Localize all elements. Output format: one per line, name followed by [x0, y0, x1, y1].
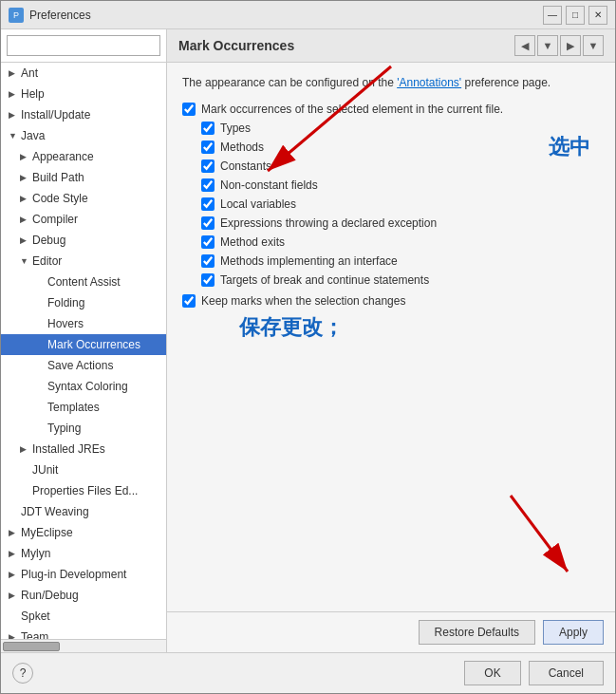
checkbox-label-localvars[interactable]: Local variables — [220, 197, 296, 211]
checkbox-label-main[interactable]: Mark occurrences of the selected element… — [201, 103, 503, 116]
description: The appearance can be configured on the … — [182, 74, 600, 91]
checkbox-row-methodexits: Method exits — [182, 235, 600, 249]
tree-item-mylyn[interactable]: ▶ Mylyn — [1, 543, 166, 564]
window-title: Preferences — [29, 9, 543, 22]
tree-item-ant[interactable]: ▶ Ant — [1, 63, 166, 84]
checkbox-label-keepmarks[interactable]: Keep marks when the selection changes — [201, 294, 405, 308]
chevron-right-icon: ▶ — [20, 232, 29, 249]
checkbox-row-implementing: Methods implementing an interface — [182, 254, 600, 268]
tree-item-java[interactable]: ▼ Java — [1, 125, 166, 146]
tree-item-plugin-dev[interactable]: ▶ Plug-in Development — [1, 564, 166, 585]
horizontal-scrollbar[interactable] — [1, 639, 166, 652]
tree-item-run-debug[interactable]: ▶ Run/Debug — [1, 585, 166, 606]
checkbox-label-constants[interactable]: Constants — [220, 159, 271, 173]
chevron-right-icon: ▶ — [9, 566, 18, 583]
chevron-right-icon: ▶ — [9, 106, 18, 123]
titlebar-controls: — □ ✕ — [543, 6, 607, 25]
ok-button[interactable]: OK — [464, 661, 520, 685]
checkbox-expressions[interactable] — [201, 216, 215, 230]
tree-item-templates[interactable]: Templates — [1, 397, 166, 418]
checkbox-localvars[interactable] — [201, 197, 215, 211]
checkbox-label-types[interactable]: Types — [220, 122, 251, 135]
checkbox-breakstmt[interactable] — [201, 273, 215, 287]
description-text-before: The appearance can be configured on the — [182, 76, 397, 89]
search-input[interactable] — [7, 35, 160, 56]
chevron-right-icon: ▶ — [9, 587, 18, 604]
left-panel: ▶ Ant ▶ Help ▶ Install/Update ▼ Java — [1, 29, 167, 652]
checkbox-label-methodexits[interactable]: Method exits — [220, 235, 285, 249]
scrollbar-thumb[interactable] — [3, 642, 60, 651]
nav-back-button[interactable]: ◀ — [514, 35, 535, 56]
tree-item-syntax-coloring[interactable]: Syntax Coloring — [1, 376, 166, 397]
checkbox-label-nonconstant[interactable]: Non-constant fields — [220, 178, 318, 192]
checkbox-label-implementing[interactable]: Methods implementing an interface — [220, 254, 398, 268]
checkbox-label-methods[interactable]: Methods — [220, 141, 264, 154]
chevron-right-icon: ▶ — [20, 211, 29, 228]
tree-item-content-assist[interactable]: Content Assist — [1, 272, 166, 292]
bottom-bar: ? OK Cancel — [1, 652, 615, 693]
tree-item-debug[interactable]: ▶ Debug — [1, 230, 166, 251]
tree-item-myeclipse[interactable]: ▶ MyEclipse — [1, 522, 166, 543]
checkbox-label-breakstmt[interactable]: Targets of break and continue statements — [220, 273, 429, 287]
tree-item-build-path[interactable]: ▶ Build Path — [1, 167, 166, 188]
tree-item-editor[interactable]: ▼ Editor — [1, 251, 166, 272]
minimize-button[interactable]: — — [543, 6, 562, 25]
right-panel-wrapper: Mark Occurrences ◀ ▼ ▶ ▼ The appearance … — [167, 29, 615, 652]
checkbox-keepmarks[interactable] — [182, 294, 196, 308]
chevron-right-icon: ▶ — [9, 545, 18, 562]
titlebar: P Preferences — □ ✕ — [1, 1, 615, 29]
window-icon: P — [9, 8, 24, 23]
bottom-buttons: OK Cancel — [464, 661, 604, 685]
help-button[interactable]: ? — [12, 663, 33, 684]
panel-title: Mark Occurrences — [178, 38, 294, 53]
checkbox-row-keepmarks: Keep marks when the selection changes — [182, 294, 600, 308]
checkbox-constants[interactable] — [201, 159, 215, 173]
action-buttons-row: Restore Defaults Apply — [167, 611, 615, 652]
right-body: The appearance can be configured on the … — [167, 63, 615, 611]
chevron-right-icon: ▶ — [9, 65, 18, 82]
checkbox-types[interactable] — [201, 122, 215, 135]
checkbox-nonconstant[interactable] — [201, 178, 215, 192]
tree-item-properties-files[interactable]: Properties Files Ed... — [1, 480, 166, 501]
checkbox-row-constants: Constants — [182, 159, 600, 173]
annotation-save-text: 保存更改； — [239, 313, 344, 342]
chevron-right-icon: ▶ — [20, 148, 29, 165]
nav-buttons: ◀ ▼ ▶ ▼ — [514, 35, 604, 56]
chevron-right-icon: ▶ — [9, 628, 18, 639]
nav-forward-button[interactable]: ▶ — [560, 35, 581, 56]
chevron-right-icon: ▶ — [9, 85, 18, 103]
tree-item-installed-jres[interactable]: ▶ Installed JREs — [1, 439, 166, 460]
nav-dropdown2-button[interactable]: ▼ — [583, 35, 604, 56]
tree-item-spket[interactable]: Spket — [1, 606, 166, 627]
cancel-button[interactable]: Cancel — [529, 661, 604, 685]
annotations-link[interactable]: 'Annotations' — [397, 76, 461, 89]
maximize-button[interactable]: □ — [566, 6, 585, 25]
tree-item-team[interactable]: ▶ Team — [1, 627, 166, 639]
tree-item-mark-occurrences[interactable]: Mark Occurrences — [1, 334, 166, 355]
checkbox-implementing[interactable] — [201, 254, 215, 268]
chevron-right-icon: ▶ — [9, 524, 18, 541]
right-panel: The appearance can be configured on the … — [167, 63, 615, 652]
checkbox-methodexits[interactable] — [201, 235, 215, 249]
tree-item-install-update[interactable]: ▶ Install/Update — [1, 104, 166, 125]
tree-item-junit[interactable]: JUnit — [1, 460, 166, 480]
tree-item-typing[interactable]: Typing — [1, 418, 166, 439]
tree-item-save-actions[interactable]: Save Actions — [1, 355, 166, 376]
tree-item-jdt-weaving[interactable]: JDT Weaving — [1, 501, 166, 522]
right-header: Mark Occurrences ◀ ▼ ▶ ▼ — [167, 29, 615, 63]
tree-item-help[interactable]: ▶ Help — [1, 84, 166, 104]
checkbox-main[interactable] — [182, 103, 196, 116]
search-box — [1, 29, 166, 63]
apply-button[interactable]: Apply — [543, 620, 604, 645]
close-button[interactable]: ✕ — [588, 6, 607, 25]
tree-item-hovers[interactable]: Hovers — [1, 313, 166, 334]
tree-item-compiler[interactable]: ▶ Compiler — [1, 209, 166, 230]
description-text-after: preference page. — [461, 76, 551, 89]
checkbox-methods[interactable] — [201, 141, 215, 154]
tree-item-code-style[interactable]: ▶ Code Style — [1, 188, 166, 209]
checkbox-label-expressions[interactable]: Expressions throwing a declared exceptio… — [220, 216, 437, 230]
tree-item-appearance[interactable]: ▶ Appearance — [1, 146, 166, 167]
tree-item-folding[interactable]: Folding — [1, 292, 166, 313]
restore-defaults-button[interactable]: Restore Defaults — [419, 620, 535, 645]
nav-dropdown-button[interactable]: ▼ — [537, 35, 558, 56]
